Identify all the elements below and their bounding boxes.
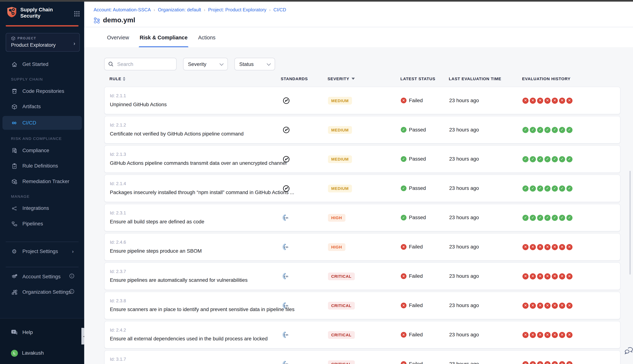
- sidebar-item-code-repositories[interactable]: Code Repositories: [2, 85, 82, 97]
- history-passed-icon: ✓: [566, 185, 572, 191]
- help-chat-icon: ?: [11, 329, 18, 336]
- pipeline-icon: [94, 17, 100, 24]
- tab-actions[interactable]: Actions: [197, 27, 216, 48]
- severity-filter[interactable]: Severity: [183, 58, 228, 70]
- severity-cell: CRITICAL: [328, 351, 355, 364]
- module-grid-icon[interactable]: [74, 10, 80, 17]
- app-logo-row: Supply Chain Security: [0, 2, 84, 25]
- svg-text:CIS: CIS: [284, 334, 288, 336]
- history-failed-icon: ✕: [530, 98, 536, 104]
- table-row[interactable]: Id: 2.1.3GitHub Actions pipeline command…: [104, 145, 620, 173]
- cis-icon: CIS: [282, 360, 290, 364]
- sidebar-item-account-settings[interactable]: Account Settings: [2, 270, 82, 283]
- standards-cell: CIS: [281, 263, 291, 290]
- sidebar-item-integrations[interactable]: Integrations: [2, 202, 82, 214]
- rule-id: Id: 2.4.2: [110, 328, 126, 332]
- severity-cell: HIGH: [328, 204, 346, 231]
- table-row[interactable]: Id: 2.4.2Ensure all external dependencie…: [104, 321, 620, 348]
- sidebar-item-project-settings[interactable]: ⚙Project Settings›: [2, 245, 82, 258]
- table-row[interactable]: Id: 2.3.7Ensure pipelines are automatica…: [104, 262, 620, 290]
- history-passed-icon: ✓: [559, 156, 565, 162]
- sidebar-item-remediation-tracker[interactable]: Remediation Tracker: [2, 175, 82, 188]
- sidebar-item-ci-cd[interactable]: ∞CI/CD: [2, 116, 82, 130]
- history-failed-icon: ✕: [522, 332, 528, 338]
- severity-filter-label: Severity: [188, 61, 206, 67]
- rule-name: Certificate not verified by GitHub Actio…: [110, 131, 244, 136]
- latest-status-cell: ✕Failed: [401, 351, 423, 364]
- breadcrumb-link[interactable]: CI/CD: [274, 7, 286, 12]
- sidebar: Supply Chain Security PROJECT Product Ex…: [0, 2, 84, 364]
- passed-icon: ✓: [401, 127, 406, 132]
- history-failed-icon: ✕: [559, 244, 565, 250]
- table-row[interactable]: Id: 3.1.7CISCRITICAL✕Failed23 hours ago✕…: [104, 350, 620, 364]
- standards-cell: CIS: [281, 292, 291, 319]
- severity-badge: CRITICAL: [328, 331, 355, 338]
- column-header-std[interactable]: STANDARDS: [281, 76, 308, 81]
- history-passed-icon: ✓: [559, 214, 565, 221]
- severity-badge: MEDIUM: [328, 155, 352, 163]
- nav-section-title: RISK AND COMPLIANCE: [11, 136, 84, 141]
- column-header-hist[interactable]: EVALUATION HISTORY: [522, 76, 570, 81]
- breadcrumb-link[interactable]: Account: Automation-SSCA: [94, 7, 151, 12]
- column-header-time[interactable]: LAST EVALUATION TIME: [449, 76, 501, 81]
- user-menu[interactable]: L Lavakush: [11, 348, 84, 358]
- history-failed-icon: ✕: [530, 273, 536, 279]
- tab-risk-compliance[interactable]: Risk & Compliance: [139, 27, 188, 48]
- sort-icon[interactable]: [123, 77, 125, 81]
- table-row[interactable]: Id: 2.1.2Certificate not verified by Git…: [104, 116, 620, 144]
- failed-icon: ✕: [401, 244, 406, 250]
- tabs: OverviewRisk & ComplianceActions: [84, 27, 633, 48]
- rule-id: Id: 2.1.3: [110, 152, 126, 157]
- search-input[interactable]: [116, 61, 171, 68]
- status-filter[interactable]: Status: [234, 58, 275, 70]
- failed-icon: ✕: [401, 361, 406, 364]
- standards-cell: CIS: [281, 204, 291, 231]
- nav-label: Compliance: [22, 148, 49, 153]
- rule-name: Ensure pipeline steps produce an SBOM: [110, 248, 202, 254]
- sidebar-item-organization-settings[interactable]: Organization Settings: [2, 286, 82, 298]
- history-failed-icon: ✕: [544, 332, 550, 338]
- status-text: Failed: [409, 332, 423, 338]
- nav-label: Pipelines: [22, 221, 43, 226]
- sidebar-item-get-started[interactable]: Get Started: [2, 58, 82, 70]
- sidebar-item-compliance[interactable]: Compliance: [2, 144, 82, 157]
- rule-id: Id: 2.4.6: [110, 240, 126, 244]
- nav-label: Account Settings: [22, 274, 60, 280]
- history-failed-icon: ✕: [522, 273, 528, 279]
- title-row: demo.yml: [94, 16, 135, 24]
- column-header-status[interactable]: LATEST STATUS: [400, 76, 435, 81]
- sidebar-item-rule-definitions[interactable]: Rule Definitions: [2, 160, 82, 172]
- history-failed-icon: ✕: [552, 244, 558, 250]
- help-button[interactable]: ? Help: [11, 328, 84, 337]
- nav-label: Organization Settings: [22, 289, 71, 295]
- sidebar-item-pipelines[interactable]: Pipelines: [2, 218, 82, 230]
- column-header-sev[interactable]: SEVERITY: [328, 76, 355, 81]
- scrollbar[interactable]: [630, 171, 631, 274]
- table-row[interactable]: Id: 2.3.8Ensure scanners are in place to…: [104, 292, 620, 319]
- standards-cell: CIS: [281, 321, 291, 348]
- breadcrumb-link[interactable]: Organization: default: [158, 7, 201, 12]
- chevron-right-icon: ›: [74, 40, 75, 46]
- history-passed-icon: ✓: [537, 185, 543, 191]
- nav-label: Get Started: [22, 61, 48, 67]
- rule-name: Ensure scanners are in place to identify…: [110, 307, 294, 312]
- breadcrumb-separator: ›: [204, 8, 205, 12]
- tab-overview[interactable]: Overview: [106, 27, 130, 48]
- project-selector[interactable]: PROJECT Product Exploratory ›: [6, 33, 80, 52]
- chat-bubbles-icon[interactable]: [624, 346, 633, 356]
- table-row[interactable]: Id: 2.3.1Ensure all build steps are defi…: [104, 204, 620, 232]
- svg-text:CIS: CIS: [284, 246, 288, 248]
- sidebar-item-artifacts[interactable]: Artifacts: [2, 100, 82, 113]
- nav-label: Integrations: [22, 206, 49, 211]
- evaluation-history: ✕✕✕✕✕✕✕: [522, 321, 572, 348]
- rule-name: Ensure all build steps are defined as co…: [110, 219, 204, 224]
- table-row[interactable]: Id: 2.1.1Unpinned GitHub ActionsMEDIUM✕F…: [104, 86, 620, 114]
- rule-name: Ensure all external dependencies used in…: [110, 336, 268, 342]
- column-header-rule[interactable]: RULE: [110, 76, 126, 81]
- table-row[interactable]: Id: 2.4.6Ensure pipeline steps produce a…: [104, 233, 620, 261]
- table-row[interactable]: Id: 2.1.4Packages insecurely installed t…: [104, 174, 620, 202]
- info-icon: [69, 289, 74, 295]
- gear-icon: ⚙: [11, 248, 18, 255]
- history-passed-icon: ✓: [537, 156, 543, 162]
- breadcrumb-link[interactable]: Project: Product Exploratory: [208, 7, 266, 12]
